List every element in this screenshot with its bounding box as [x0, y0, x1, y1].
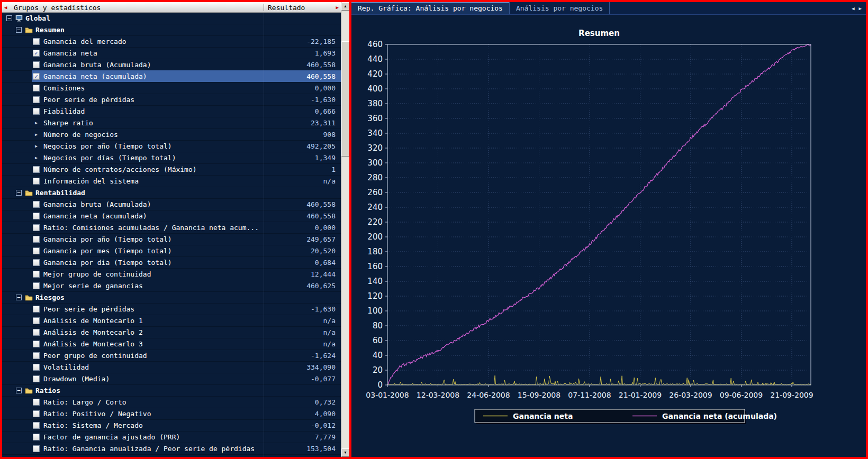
checkbox[interactable]: [33, 85, 40, 91]
svg-text:180: 180: [367, 247, 383, 256]
checkbox[interactable]: [33, 329, 40, 336]
checkbox[interactable]: [33, 422, 40, 429]
tree-row[interactable]: Ganancia bruta (Acumulada)460,558: [2, 59, 341, 71]
tree-row[interactable]: Mejor grupo de continuidad12,444: [2, 269, 341, 280]
tree-row[interactable]: Análisis de Montecarlo 1n/a: [2, 315, 341, 327]
expand-arrow-icon[interactable]: ▶: [33, 121, 40, 125]
expand-collapse-icon[interactable]: −: [16, 27, 22, 33]
statistics-tree: −Global−ResumenGanancia del mercado-22,1…: [2, 13, 341, 457]
svg-text:320: 320: [367, 143, 383, 153]
checkbox[interactable]: [33, 364, 40, 371]
checkbox[interactable]: [33, 224, 40, 231]
tree-row[interactable]: Ratio: Largo / Corto0,732: [2, 397, 341, 408]
tree-row[interactable]: Mejor serie de ganancias460,625: [2, 280, 341, 292]
column-divider[interactable]: [264, 4, 264, 11]
tree-row[interactable]: ✓Ganancia neta1,693: [2, 48, 341, 59]
checkbox[interactable]: [33, 271, 40, 278]
tree-folder-row[interactable]: −Riesgos: [2, 292, 341, 304]
tree-row[interactable]: Drawdown (Media)-0,077: [2, 373, 341, 385]
checkbox[interactable]: [33, 201, 40, 208]
row-label: Sharpe ratio: [43, 119, 93, 127]
checkbox[interactable]: [33, 445, 40, 452]
tree-root-row[interactable]: −Global: [2, 13, 341, 24]
tree-row[interactable]: ▶Negocios por año (Tiempo total)492,205: [2, 141, 341, 152]
tree-row[interactable]: Número de contratos/acciones (Máximo)1: [2, 164, 341, 176]
tree-row[interactable]: Ratio: Positivo / Negativo4,090: [2, 408, 341, 420]
tree-folder-row[interactable]: −Resumen: [2, 24, 341, 36]
scrollbar-down-button[interactable]: ▼: [341, 448, 349, 457]
tree-row[interactable]: ✓Ganancia neta (acumulada)460,558: [2, 71, 341, 82]
svg-text:07-11-2008: 07-11-2008: [568, 391, 611, 399]
tree-row[interactable]: Ganancia por año (Tiempo total)249,657: [2, 234, 341, 245]
column-header-groups[interactable]: Grupos y estadísticos: [14, 3, 101, 11]
tree-row[interactable]: Análisis de Montecarlo 2n/a: [2, 327, 341, 338]
checkbox[interactable]: [33, 178, 40, 185]
svg-text:40: 40: [373, 351, 383, 360]
checkbox[interactable]: [33, 61, 40, 68]
checkbox[interactable]: [33, 236, 40, 243]
tree-row[interactable]: Ratio: Comisiones acumuladas / Ganancia …: [2, 222, 341, 234]
tree-row[interactable]: Peor serie de pérdidas-1,630: [2, 94, 341, 106]
checkbox[interactable]: [33, 38, 40, 45]
tab-next-icon[interactable]: ▶: [859, 6, 862, 11]
vertical-scrollbar[interactable]: ▲ ▼: [341, 2, 349, 457]
tree-row[interactable]: Factor de ganancia ajustado (PRR)7,779: [2, 432, 341, 443]
checkbox[interactable]: [33, 317, 40, 324]
column-scroll-right-icon[interactable]: ▶: [336, 5, 339, 10]
tree-row[interactable]: Información del sisteman/a: [2, 176, 341, 187]
tree-row[interactable]: Ganancia bruta (Acumulada)460,558: [2, 199, 341, 210]
checkbox[interactable]: [33, 434, 40, 440]
checkbox[interactable]: [33, 108, 40, 115]
checkbox[interactable]: [33, 213, 40, 219]
expand-arrow-icon[interactable]: ▶: [33, 132, 40, 137]
row-value: 12,444: [311, 270, 336, 278]
checkbox[interactable]: [33, 166, 40, 173]
tree-folder-row[interactable]: −Rentabilidad: [2, 187, 341, 199]
column-header-result[interactable]: Resultado: [268, 3, 305, 11]
checkbox[interactable]: [33, 96, 40, 103]
tree-row[interactable]: Ratio: Sistema / Mercado-0,012: [2, 420, 341, 432]
tree-row[interactable]: ▶Sharpe ratio23,311: [2, 117, 341, 129]
checkbox[interactable]: [33, 247, 40, 254]
tab-prev-icon[interactable]: ◀: [852, 6, 854, 11]
column-scroll-left-icon[interactable]: ◀: [4, 5, 7, 10]
checkbox[interactable]: [33, 341, 40, 347]
expand-collapse-icon[interactable]: −: [16, 190, 22, 196]
checkbox[interactable]: [33, 399, 40, 406]
expand-collapse-icon[interactable]: −: [16, 295, 22, 300]
tree-row[interactable]: Ganancia del mercado-22,185: [2, 36, 341, 48]
checkbox[interactable]: [33, 352, 40, 359]
checkbox[interactable]: [33, 410, 40, 417]
row-label: Riesgos: [35, 293, 65, 301]
checkbox[interactable]: [33, 282, 40, 289]
checkbox[interactable]: [33, 306, 40, 313]
tree-row[interactable]: ▶Negocios por días (Tiempo total)1,349: [2, 152, 341, 164]
tree-row[interactable]: Fiabilidad0,666: [2, 106, 341, 117]
svg-text:380: 380: [367, 99, 383, 108]
expand-collapse-icon[interactable]: −: [16, 388, 22, 393]
tree-row[interactable]: Ganancia por mes (Tiempo total)20,520: [2, 245, 341, 257]
scrollbar-thumb[interactable]: [341, 41, 349, 157]
tree-row[interactable]: Peor serie de pérdidas-1,630: [2, 304, 341, 315]
tree-row[interactable]: ▶Número de negocios908: [2, 129, 341, 141]
row-value: n/a: [323, 340, 336, 348]
tree-row[interactable]: Comisiones0,000: [2, 82, 341, 94]
expand-arrow-icon[interactable]: ▶: [33, 155, 40, 160]
tree-row[interactable]: Ganancia neta (acumulada)460,558: [2, 210, 341, 222]
checkbox[interactable]: ✓: [33, 73, 40, 80]
checkbox[interactable]: [33, 375, 40, 382]
expand-collapse-icon[interactable]: −: [6, 15, 12, 21]
tree-row[interactable]: Ganancia por dia (Tiempo total)0,684: [2, 257, 341, 269]
checkbox[interactable]: ✓: [33, 50, 40, 57]
tree-folder-row[interactable]: −Ratios: [2, 385, 341, 397]
tree-row[interactable]: Ratio: Ganancia anualizada / Peor serie …: [2, 443, 341, 455]
tree-row[interactable]: Análisis de Montecarlo 3n/a: [2, 338, 341, 350]
tab-rep-grafica[interactable]: Rep. Gráfica: Análisis por negocios: [351, 2, 510, 14]
expand-arrow-icon[interactable]: ▶: [33, 144, 40, 149]
tree-row[interactable]: Peor grupo de continuidad-1,624: [2, 350, 341, 362]
tree-row[interactable]: Volatilidad334,090: [2, 362, 341, 373]
tab-analisis-negocios[interactable]: Análisis por negocios: [510, 2, 610, 14]
row-label: Análisis de Montecarlo 2: [43, 328, 143, 336]
scrollbar-up-button[interactable]: ▲: [341, 2, 349, 11]
checkbox[interactable]: [33, 259, 40, 266]
